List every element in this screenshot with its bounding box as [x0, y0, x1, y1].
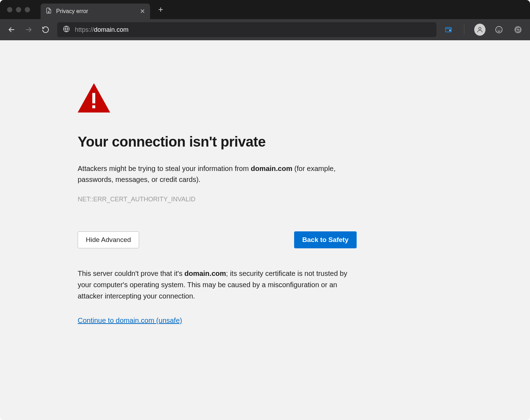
tab-close-button[interactable]: ✕ [140, 8, 145, 14]
window-maximize-button[interactable] [25, 7, 30, 12]
svg-rect-14 [92, 93, 95, 103]
url-host: domain.com [94, 26, 129, 33]
toolbar-divider [464, 25, 464, 35]
address-bar[interactable]: https://domain.com [57, 22, 436, 37]
insecure-page-icon [46, 7, 52, 15]
url-text: https://domain.com [75, 26, 129, 34]
globe-icon [63, 25, 70, 34]
svg-point-8 [479, 27, 481, 30]
url-scheme: https:// [75, 26, 94, 33]
error-detail: This server couldn't prove that it's dom… [78, 268, 357, 302]
profile-button[interactable] [474, 24, 486, 35]
proceed-unsafe-link[interactable]: Continue to domain.com (unsafe) [78, 317, 182, 324]
toolbar-right [443, 24, 524, 35]
feedback-icon[interactable] [493, 24, 505, 35]
tracking-prevention-icon[interactable] [443, 24, 454, 35]
svg-point-11 [500, 29, 500, 29]
forward-button[interactable] [23, 24, 34, 35]
back-button[interactable] [6, 24, 17, 35]
hide-advanced-button[interactable]: Hide Advanced [78, 231, 139, 248]
back-to-safety-button[interactable]: Back to Safety [294, 231, 357, 248]
titlebar: Privacy error ✕ + [0, 0, 530, 19]
svg-point-12 [514, 26, 522, 33]
window-minimize-button[interactable] [16, 7, 21, 12]
new-tab-button[interactable]: + [154, 3, 167, 16]
error-code: NET::ERR_CERT_AUTHORITY_INVALID [78, 196, 357, 203]
browser-tab[interactable]: Privacy error ✕ [41, 4, 150, 19]
sync-icon[interactable] [512, 24, 524, 35]
error-heading: Your connection isn't private [78, 134, 357, 150]
error-body: Attackers might be trying to steal your … [78, 163, 357, 185]
svg-point-10 [498, 29, 498, 29]
refresh-button[interactable] [40, 24, 51, 35]
button-row: Hide Advanced Back to Safety [78, 231, 357, 248]
window-controls [7, 7, 30, 12]
warning-triangle-icon [78, 83, 357, 114]
page-content: Your connection isn't private Attackers … [0, 40, 530, 420]
svg-rect-15 [92, 105, 95, 108]
svg-point-9 [496, 26, 502, 33]
tab-title: Privacy error [56, 8, 136, 14]
toolbar: https://domain.com [0, 19, 530, 40]
window-close-button[interactable] [7, 7, 12, 12]
